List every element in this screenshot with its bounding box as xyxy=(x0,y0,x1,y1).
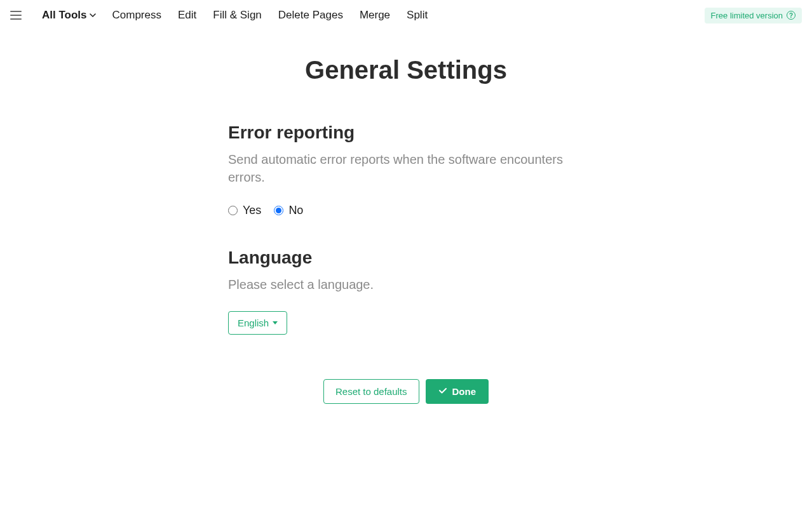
nav-all-tools-label: All Tools xyxy=(42,9,87,22)
menu-icon[interactable] xyxy=(10,8,25,23)
nav-fill-sign[interactable]: Fill & Sign xyxy=(206,5,268,25)
done-button[interactable]: Done xyxy=(426,379,489,404)
chevron-down-icon xyxy=(90,12,96,18)
nav-compress[interactable]: Compress xyxy=(106,5,168,25)
language-description: Please select a language. xyxy=(228,276,584,293)
button-row: Reset to defaults Done xyxy=(228,379,584,404)
reset-button[interactable]: Reset to defaults xyxy=(323,379,419,404)
settings-block: Error reporting Send automatic error rep… xyxy=(228,123,584,404)
radio-yes[interactable]: Yes xyxy=(228,204,261,217)
radio-no[interactable]: No xyxy=(274,204,303,217)
nav-all-tools[interactable]: All Tools xyxy=(36,5,102,25)
error-reporting-radio-group: Yes No xyxy=(228,204,584,217)
radio-yes-circle xyxy=(228,206,238,215)
nav-merge[interactable]: Merge xyxy=(353,5,396,25)
check-icon xyxy=(438,386,447,397)
nav-delete-pages[interactable]: Delete Pages xyxy=(272,5,349,25)
radio-no-label: No xyxy=(288,204,303,217)
done-button-label: Done xyxy=(452,386,477,397)
version-badge-label: Free limited version xyxy=(711,11,783,20)
nav-split[interactable]: Split xyxy=(400,5,434,25)
top-navigation: All Tools Compress Edit Fill & Sign Dele… xyxy=(0,0,812,30)
version-badge[interactable]: Free limited version ? xyxy=(705,8,802,23)
main-content: General Settings Error reporting Send au… xyxy=(0,30,812,404)
radio-yes-label: Yes xyxy=(243,204,261,217)
caret-down-icon xyxy=(273,321,278,324)
radio-no-circle xyxy=(274,206,283,215)
nav-edit[interactable]: Edit xyxy=(172,5,203,25)
error-reporting-description: Send automatic error reports when the so… xyxy=(228,150,584,186)
page-title: General Settings xyxy=(305,56,507,84)
error-reporting-title: Error reporting xyxy=(228,123,584,143)
help-icon: ? xyxy=(787,11,795,20)
language-select[interactable]: English xyxy=(228,311,287,335)
language-title: Language xyxy=(228,248,584,268)
language-select-value: English xyxy=(238,318,269,328)
